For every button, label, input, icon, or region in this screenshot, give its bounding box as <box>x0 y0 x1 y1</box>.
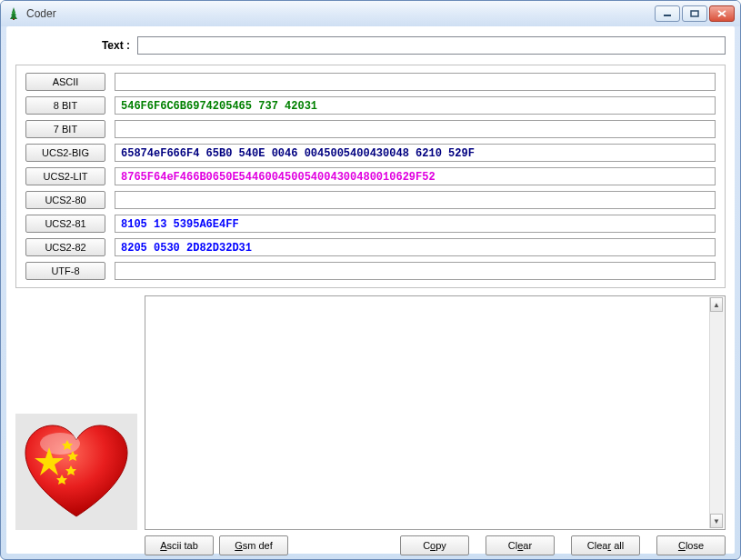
ucs280-button[interactable]: UCS2-80 <box>25 191 105 209</box>
heart-china-flag-icon <box>22 422 131 522</box>
ucs281-button[interactable]: UCS2-81 <box>25 215 105 233</box>
encoding-row-utf8: UTF-8 <box>25 262 716 280</box>
ucs282-button[interactable]: UCS2-82 <box>25 238 105 256</box>
toolbar-right-group: Copy Clear Clear all Close <box>400 535 726 555</box>
titlebar[interactable]: Coder <box>1 1 740 26</box>
ascii-field[interactable] <box>115 73 716 91</box>
copy-button[interactable]: Copy <box>400 535 469 555</box>
close-window-button[interactable] <box>709 5 735 22</box>
close-icon <box>717 10 726 17</box>
app-window: Coder Text : ASCII 8 BIT 546F <box>0 0 741 560</box>
ascii-button[interactable]: ASCII <box>25 73 105 91</box>
encoding-row-ucs2lit: UCS2-LIT 8765F64eF466B0650E5446004500540… <box>25 167 716 185</box>
utf8-field[interactable] <box>115 262 716 280</box>
client-area: Text : ASCII 8 BIT 546F6F6C6B6974205465 … <box>6 26 735 554</box>
scroll-up-button[interactable]: ▲ <box>710 297 723 312</box>
encoding-row-ucs282: UCS2-82 8205 0530 2D82D32D31 <box>25 238 716 256</box>
log-textarea[interactable]: ▲ ▼ <box>145 295 726 530</box>
minimize-button[interactable] <box>655 5 680 22</box>
ucs2big-field[interactable]: 65874eF666F4 65B0 540E 0046 004500540043… <box>115 144 716 162</box>
encoding-row-8bit: 8 BIT 546F6F6C6B6974205465 737 42031 <box>25 96 716 115</box>
ucs281-field[interactable]: 8105 13 5395A6E4FF <box>115 215 716 233</box>
window-title: Coder <box>26 7 655 20</box>
ucs282-field[interactable]: 8205 0530 2D82D32D31 <box>115 238 716 256</box>
encoding-row-7bit: 7 BIT <box>25 120 716 138</box>
bottom-toolbar: Ascii tab Gsm def tab Copy Clear Clear a… <box>15 535 726 555</box>
lower-area: ▲ ▼ <box>15 295 726 530</box>
ucs2big-button[interactable]: UCS2-BIG <box>25 144 105 162</box>
svg-rect-3 <box>13 18 15 20</box>
svg-marker-2 <box>10 13 17 19</box>
text-row: Text : <box>15 35 726 55</box>
text-input[interactable] <box>137 36 726 55</box>
encoding-row-ucs281: UCS2-81 8105 13 5395A6E4FF <box>25 215 716 233</box>
svg-rect-4 <box>664 15 671 16</box>
ucs2lit-field[interactable]: 8765F64eF466B0650E5446004500540043004800… <box>115 167 716 185</box>
clear-all-button[interactable]: Clear all <box>571 535 640 555</box>
maximize-button[interactable] <box>682 5 707 22</box>
gsm-def-tab-button[interactable]: Gsm def tab <box>219 535 288 555</box>
window-controls <box>655 5 735 22</box>
text-label: Text : <box>15 35 137 55</box>
8bit-field[interactable]: 546F6F6C6B6974205465 737 42031 <box>115 96 716 115</box>
app-icon <box>6 6 21 21</box>
encodings-panel: ASCII 8 BIT 546F6F6C6B6974205465 737 420… <box>15 65 726 288</box>
svg-rect-5 <box>691 11 698 16</box>
8bit-button[interactable]: 8 BIT <box>25 96 105 115</box>
ucs2lit-button[interactable]: UCS2-LIT <box>25 167 105 185</box>
7bit-field[interactable] <box>115 120 716 138</box>
scroll-down-button[interactable]: ▼ <box>710 514 723 528</box>
encoding-row-ascii: ASCII <box>25 73 716 91</box>
toolbar-left-group: Ascii tab Gsm def tab <box>145 535 288 555</box>
svg-point-8 <box>40 433 80 455</box>
vertical-scrollbar[interactable]: ▲ ▼ <box>709 297 724 528</box>
encoding-row-ucs2big: UCS2-BIG 65874eF666F4 65B0 540E 0046 004… <box>25 144 716 162</box>
close-button[interactable]: Close <box>656 535 726 555</box>
minimize-icon <box>663 10 672 17</box>
maximize-icon <box>690 10 699 17</box>
heart-flag-image <box>15 414 137 530</box>
utf8-button[interactable]: UTF-8 <box>25 262 105 280</box>
image-column <box>15 295 137 530</box>
7bit-button[interactable]: 7 BIT <box>25 120 105 138</box>
encoding-row-ucs280: UCS2-80 <box>25 191 716 209</box>
ascii-tab-button[interactable]: Ascii tab <box>145 535 214 555</box>
ucs280-field[interactable] <box>115 191 716 209</box>
clear-button[interactable]: Clear <box>486 535 555 555</box>
